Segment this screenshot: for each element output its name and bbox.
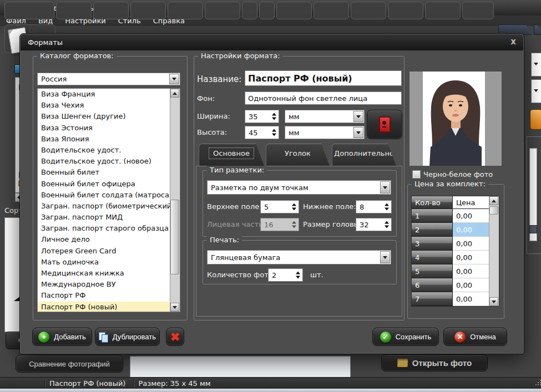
chevron-down-icon[interactable] <box>380 251 390 263</box>
format-list-item[interactable]: Водительское удост. <box>38 145 170 156</box>
format-list-item[interactable]: Виза Шенген (другие) <box>38 111 170 122</box>
price-cell[interactable]: 0,00 <box>453 251 489 264</box>
resize-grip[interactable] <box>535 384 537 385</box>
scrollbar-thumb[interactable] <box>170 200 179 274</box>
height-unit-select[interactable]: мм <box>285 126 365 139</box>
status-bar: Паспорт РФ (новый) Размер: 35 x 45 мм <box>0 377 541 389</box>
price-cell[interactable]: 0,00 <box>453 292 489 306</box>
price-table[interactable]: Кол-во Цена 1 0,00 2 0,00 3 0,00 4 0,00 <box>411 196 499 307</box>
slider-handle <box>529 225 537 233</box>
top-margin-spinner[interactable]: 5 <box>260 200 299 213</box>
width-spinner[interactable]: 35 <box>245 110 279 123</box>
background-input[interactable] <box>245 91 402 105</box>
price-header: Цена <box>453 196 489 209</box>
photo-count-spinner[interactable]: 2 <box>268 268 303 282</box>
format-list-item[interactable]: Медицинская книжка <box>38 268 170 279</box>
compare-photos-button[interactable]: Сравнение фотографий <box>16 355 123 373</box>
format-list-item[interactable]: Виза Франция <box>38 89 170 100</box>
price-cell[interactable]: 0,00 <box>453 209 489 223</box>
toolbar-button-stub <box>314 2 349 19</box>
tab-corner[interactable]: Уголок <box>266 144 330 166</box>
background-combo-fragment <box>531 79 541 103</box>
paper-type-select[interactable]: Глянцевая бумага <box>207 250 391 264</box>
country-select[interactable]: Россия <box>37 73 180 85</box>
catalog-group-label: Каталог форматов: <box>37 52 117 60</box>
dialog-titlebar[interactable]: Форматы x <box>21 34 523 50</box>
height-spinner[interactable]: 45 <box>245 126 279 139</box>
spinner-arrows-icon[interactable] <box>292 203 296 211</box>
format-list-item[interactable]: Мать одиночка <box>38 257 170 268</box>
format-list-item[interactable]: Загран. паспорт МИД <box>38 212 170 223</box>
save-button[interactable]: ✓ Сохранить <box>372 328 439 346</box>
add-button[interactable]: + Добавить <box>32 328 92 346</box>
format-list-item[interactable]: Виза Чехия <box>38 100 170 111</box>
markup-type-select[interactable]: Разметка по двум точкам <box>207 180 391 195</box>
open-photo-button[interactable]: Открыть фото <box>381 354 488 371</box>
format-list-item[interactable]: Виза Эстония <box>38 123 170 134</box>
close-icon[interactable]: x <box>510 37 516 47</box>
status-separator <box>133 380 134 388</box>
passport-preview-button[interactable] <box>367 110 402 139</box>
spinner-arrows-icon[interactable] <box>272 129 276 136</box>
spinner-arrows-icon[interactable] <box>296 272 300 279</box>
format-list-item[interactable]: Загран. паспорт (биометрический) <box>38 201 170 212</box>
format-list-item[interactable]: Военный билет офицера <box>38 179 170 190</box>
qty-cell: 1 <box>412 209 453 223</box>
price-table-row[interactable]: 1 0,00 <box>412 209 499 223</box>
spinner-arrows-icon[interactable] <box>272 113 276 120</box>
dialog-title: Форматы <box>28 38 63 47</box>
tab-main[interactable]: Основное <box>199 144 264 166</box>
height-label: Высота: <box>197 128 227 136</box>
photo-count-label: Количество фото: <box>207 271 275 279</box>
format-list-box[interactable]: Виза ФранцияВиза ЧехияВиза Шенген (други… <box>37 88 180 312</box>
price-cell[interactable]: 0,00 <box>453 223 489 237</box>
format-list-scrollbar[interactable] <box>170 89 180 312</box>
price-cell[interactable]: 0,00 <box>453 237 489 251</box>
delete-button[interactable]: ✖ <box>166 328 184 346</box>
price-table-row[interactable]: 6 0,00 <box>412 278 499 292</box>
scroll-down-icon[interactable] <box>489 297 498 306</box>
scrollbar-thumb[interactable] <box>489 206 498 215</box>
format-list-item[interactable]: Международное ВУ <box>38 279 170 290</box>
format-list-item[interactable]: Военный билет солдата (матроса) <box>38 190 170 201</box>
head-size-label: Размер головы: <box>303 220 362 228</box>
format-list-item[interactable]: Паспорт РФ (новый) <box>38 302 170 312</box>
format-list-item[interactable]: Загран. паспорт старого образца <box>38 223 170 234</box>
tab-additional[interactable]: Дополнительно <box>332 144 396 166</box>
bw-photo-checkbox[interactable] <box>412 170 421 179</box>
format-list-item[interactable]: Военный билет <box>38 167 170 178</box>
scroll-up-icon[interactable] <box>170 89 179 98</box>
format-list-item[interactable]: Виза Япония <box>38 134 170 145</box>
price-table-row[interactable]: 5 0,00 <box>412 264 499 278</box>
spinner-arrows-icon[interactable] <box>385 221 389 228</box>
name-label: Название: <box>197 74 241 84</box>
bottom-margin-spinner[interactable]: 8 <box>356 200 392 213</box>
chevron-down-icon[interactable] <box>353 127 363 138</box>
price-table-scrollbar[interactable] <box>489 196 499 306</box>
price-table-row[interactable]: 4 0,00 <box>412 251 499 264</box>
format-list-item[interactable]: Личное дело <box>38 234 170 245</box>
head-size-spinner[interactable]: 32 <box>356 218 392 231</box>
price-table-row[interactable]: 3 0,00 <box>412 237 499 251</box>
price-table-row[interactable]: 7 0,00 <box>412 292 499 306</box>
width-unit-select[interactable]: мм <box>285 110 365 123</box>
print-group-label: Печать: <box>207 236 242 244</box>
preview-pane <box>130 356 351 379</box>
format-list-item[interactable]: Лотерея Green Card <box>38 246 170 257</box>
chevron-down-icon[interactable] <box>353 111 363 122</box>
scroll-down-icon[interactable] <box>170 303 179 312</box>
price-table-row[interactable]: 2 0,00 <box>412 223 499 237</box>
format-list-item[interactable]: Паспорт РФ <box>38 290 170 301</box>
price-cell[interactable]: 0,00 <box>453 264 489 278</box>
format-list-item[interactable]: Водительское удост. (новое) <box>38 156 170 167</box>
chevron-down-icon[interactable] <box>169 74 179 84</box>
toolbar-strip <box>0 26 541 34</box>
name-input[interactable] <box>245 70 402 86</box>
chevron-down-icon[interactable] <box>380 181 390 194</box>
scroll-up-icon[interactable] <box>489 196 498 205</box>
cancel-button[interactable]: ✕ Отмена <box>443 328 507 346</box>
spinner-arrows-icon[interactable] <box>385 203 389 211</box>
duplicate-button[interactable]: Дублировать <box>95 328 160 346</box>
toolbar-button-stub <box>4 2 54 19</box>
price-cell[interactable]: 0,00 <box>453 278 489 292</box>
